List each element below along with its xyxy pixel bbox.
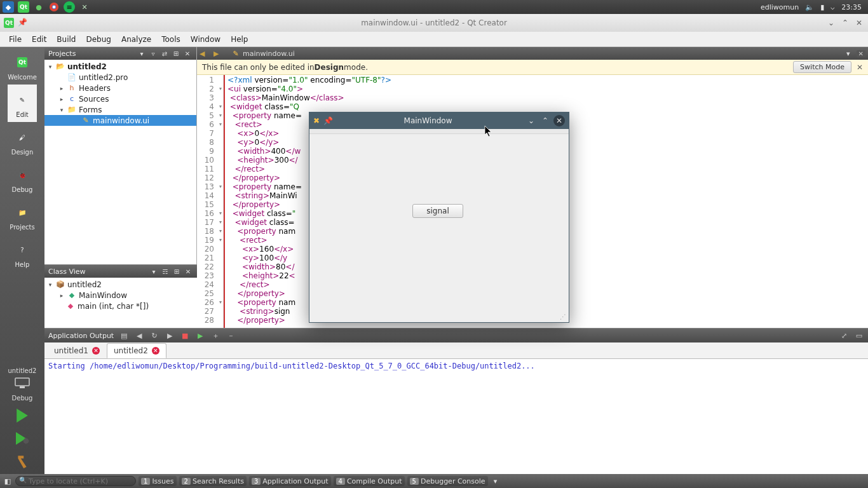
banner-close-icon[interactable]: ✕	[857, 63, 863, 72]
mode-debug[interactable]: 🐞Debug	[8, 159, 37, 197]
build-button[interactable]	[11, 451, 33, 471]
status-pane-issues[interactable]: 1Issues	[139, 476, 177, 486]
output-zoom-icon[interactable]: ⤢	[839, 331, 849, 340]
qt-icon[interactable]: Qt	[18, 1, 29, 13]
run-button[interactable]	[11, 405, 33, 426]
switch-mode-button[interactable]: Switch Mode	[793, 61, 851, 73]
output-tab-untitled1[interactable]: untitled1✕	[47, 343, 107, 358]
menu-window[interactable]: Window	[186, 34, 226, 45]
kde-menu-icon[interactable]: ◆	[3, 1, 14, 13]
nav-back-icon[interactable]: ◀	[200, 50, 210, 58]
status-pane-debugger-console[interactable]: 5Debugger Console	[407, 476, 488, 486]
volume-icon[interactable]: 🔈	[805, 3, 814, 11]
output-settings-icon[interactable]: ▤	[119, 331, 129, 340]
close-button[interactable]: ✕	[854, 18, 864, 28]
output-tab-untitled2[interactable]: untitled2✕	[107, 343, 166, 358]
pane-split-icon[interactable]: ⊞	[171, 49, 181, 58]
mode-design[interactable]: 🖌Design	[8, 122, 37, 159]
tree-headers[interactable]: ▸hHeaders	[44, 83, 196, 93]
status-pane-compile-output[interactable]: 4Compile Output	[334, 476, 405, 486]
close-icon[interactable]: ✕	[152, 347, 159, 355]
output-max-icon[interactable]: ▭	[854, 331, 864, 340]
nav-fwd-icon[interactable]: ▶	[214, 50, 224, 58]
output-attach-icon[interactable]: ▶	[195, 331, 205, 340]
status-pane-application-output[interactable]: 3Application Output	[249, 476, 331, 486]
editor-tab[interactable]: ✎ mainwindow.ui	[227, 49, 299, 58]
classview-split-icon[interactable]: ⊞	[172, 267, 182, 276]
file-icon: ✎	[231, 49, 240, 58]
mode-welcome[interactable]: QtWelcome	[8, 47, 37, 85]
search-icon: 🔍	[19, 477, 27, 484]
locator-input[interactable]	[15, 476, 136, 486]
output-stop-icon[interactable]: ■	[180, 331, 190, 340]
menu-debug[interactable]: Debug	[81, 34, 116, 45]
pane-sync-icon[interactable]: ⇄	[159, 49, 170, 58]
editor-dropdown-icon[interactable]: ▾	[846, 50, 850, 58]
menu-edit[interactable]: Edit	[27, 34, 51, 45]
kit-name[interactable]: untitled2	[0, 365, 44, 376]
classview-tree-icon[interactable]: ☶	[160, 267, 170, 276]
output-remove-icon[interactable]: －	[226, 331, 236, 340]
app-maximize-icon[interactable]: ⌃	[539, 115, 551, 126]
projects-pane-header: Projects ▾ ▿ ⇄ ⊞ ✕	[44, 47, 196, 60]
signal-button[interactable]: signal	[412, 204, 463, 218]
design-mode-banner: This file can only be edited in Design m…	[197, 60, 868, 75]
menu-file[interactable]: File	[4, 34, 27, 45]
menu-build[interactable]: Build	[51, 34, 81, 45]
classview-root[interactable]: ▾📦untitled2	[44, 279, 197, 290]
mode-help[interactable]: ?Help	[8, 234, 37, 272]
classview-fn[interactable]: ◆main (int, char *[])	[44, 301, 197, 311]
sidebar-toggle-icon[interactable]: ◧	[3, 477, 13, 485]
mode-edit[interactable]: ✎Edit	[8, 85, 37, 122]
projects-pane-title: Projects	[48, 50, 76, 58]
tree-ui-file[interactable]: ✎mainwindow.ui	[44, 115, 196, 126]
status-dropdown-icon[interactable]: ▾	[491, 477, 501, 485]
pin-icon[interactable]: 📌	[18, 18, 27, 28]
minimize-button[interactable]: ⌄	[826, 18, 836, 28]
desktop-panel: ◆ Qt ● ≡ ✕ edliwomun 🔈 ▮ ⌵ 23:35	[0, 0, 868, 14]
battery-icon[interactable]: ▮	[820, 3, 824, 11]
app-close-icon[interactable]: ✕	[553, 115, 565, 126]
maximize-button[interactable]: ⌃	[840, 18, 850, 28]
pane-filter-icon[interactable]: ▿	[148, 49, 158, 58]
classview-dropdown-icon[interactable]: ▾	[149, 267, 159, 276]
kit-config[interactable]: Debug	[0, 392, 44, 403]
mouse-cursor	[484, 126, 493, 137]
mode-projects[interactable]: 📁Projects	[8, 197, 37, 234]
spotify-icon[interactable]: ≡	[64, 1, 75, 13]
classview-class[interactable]: ▸◆MainWindow	[44, 290, 197, 301]
menu-analyze[interactable]: Analyze	[116, 34, 156, 45]
app-pin-icon[interactable]: 📌	[323, 116, 333, 125]
pane-close-icon[interactable]: ✕	[182, 49, 193, 58]
output-run-icon[interactable]: ▶	[165, 331, 175, 340]
app-titlebar[interactable]: ✖ 📌 MainWindow ⌄ ⌃ ✕	[309, 112, 569, 129]
app-minimize-icon[interactable]: ⌄	[526, 115, 537, 126]
output-prev-icon[interactable]: ◀	[134, 331, 144, 340]
kit-monitor-icon[interactable]	[11, 376, 33, 391]
status-pane-search-results[interactable]: 2Search Results	[179, 476, 247, 486]
debug-run-button[interactable]	[11, 428, 33, 449]
tools-icon[interactable]: ✕	[79, 1, 90, 13]
svg-point-5	[24, 438, 29, 444]
wifi-icon[interactable]: ⌵	[831, 3, 835, 11]
tree-forms[interactable]: ▾📁Forms	[44, 104, 196, 115]
chrome-status-icon[interactable]: ●	[33, 1, 44, 13]
editor-close-tab[interactable]: ✕	[857, 50, 865, 57]
close-icon[interactable]: ✕	[92, 347, 100, 355]
pane-dropdown-icon[interactable]: ▾	[137, 49, 147, 58]
menu-tools[interactable]: Tools	[156, 34, 186, 45]
app-title: MainWindow	[333, 116, 523, 125]
output-add-icon[interactable]: ＋	[210, 331, 220, 340]
output-rerun-icon[interactable]: ↻	[149, 331, 159, 340]
menu-help[interactable]: Help	[226, 34, 253, 45]
chrome-icon[interactable]	[48, 1, 60, 13]
tree-pro-file[interactable]: 📄untitled2.pro	[44, 72, 196, 83]
classview-close-icon[interactable]: ✕	[183, 267, 193, 276]
app-icon: Qt	[4, 18, 14, 28]
clock[interactable]: 23:35	[841, 3, 862, 11]
menubar: FileEditBuildDebugAnalyzeToolsWindowHelp	[0, 32, 868, 47]
tree-sources[interactable]: ▸cSources	[44, 93, 196, 104]
tree-project-root[interactable]: ▾📂untitled2	[44, 61, 196, 72]
output-text[interactable]: Starting /home/edliwomun/Desktop/Program…	[44, 359, 868, 474]
resize-grip-icon[interactable]: ⋰	[560, 313, 567, 321]
